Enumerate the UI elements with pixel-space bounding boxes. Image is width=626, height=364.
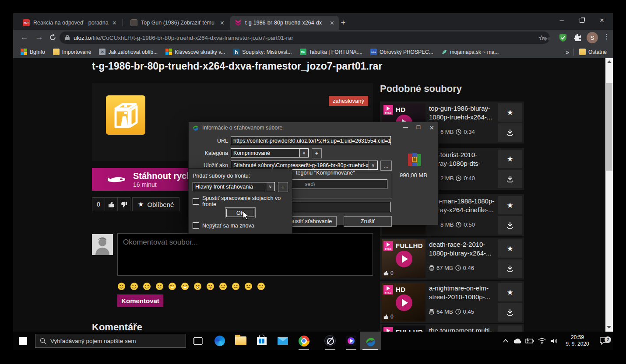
emoji-icon[interactable]	[206, 282, 215, 290]
tab-close-icon[interactable]: ✕	[330, 20, 334, 26]
new-tab-button[interactable]: +	[337, 17, 349, 29]
emoji-icon[interactable]	[257, 282, 265, 290]
emoji-icon[interactable]	[155, 282, 164, 290]
comment-input[interactable]	[117, 233, 373, 276]
volume-icon[interactable]	[548, 338, 560, 344]
thumbs-up-button[interactable]	[105, 198, 118, 211]
tab-close-icon[interactable]: ✕	[220, 20, 225, 26]
emoji-icon[interactable]	[130, 282, 138, 290]
comment-submit-button[interactable]: Komentovat	[117, 294, 163, 307]
chrome-taskbar-button[interactable]	[294, 332, 313, 350]
video-thumbnail[interactable]: FREE FULLHD 0	[382, 239, 426, 278]
download-file-button[interactable]	[498, 123, 522, 142]
bookmark-fortuna[interactable]: FNL Tabulka | FORTUNA:...	[296, 47, 366, 57]
explorer-taskbar-button[interactable]	[231, 332, 250, 350]
bookmark-folder-ostatne[interactable]: Ostatné	[578, 47, 608, 57]
similar-file-title[interactable]: the-tourist-2010-bluray-1080p-dts-x264-c…	[429, 150, 496, 169]
notification-center-button[interactable]: 2	[594, 337, 613, 345]
cancel-download-button[interactable]: Zrušiť	[344, 216, 392, 227]
edge-taskbar-button[interactable]	[210, 332, 229, 350]
queue-combo[interactable]: Hlavný front sťahovania ∨	[193, 182, 275, 191]
checkbox-icon[interactable]	[193, 198, 199, 205]
dialog-minimize-icon[interactable]: —	[399, 124, 412, 131]
similar-file-title[interactable]: the-tournament-multi-	[429, 326, 496, 332]
scroll-down-icon[interactable]	[607, 326, 611, 329]
bookmark-mojamapa[interactable]: mojamapa.sk ~ ma...	[437, 47, 503, 57]
chevron-down-icon[interactable]: ∨	[266, 182, 274, 191]
wifi-icon[interactable]	[536, 338, 548, 344]
bookmark-skratky[interactable]: Klávesové skratky v...	[162, 47, 229, 57]
chevron-down-icon[interactable]: ∨	[299, 149, 308, 157]
download-file-button[interactable]	[498, 259, 522, 278]
reload-icon[interactable]	[49, 34, 56, 41]
browser-menu-icon[interactable]: ⋮	[603, 33, 610, 41]
emoji-icon[interactable]	[117, 282, 126, 290]
emoji-icon[interactable]	[219, 282, 227, 290]
idm-taskbar-button[interactable]	[360, 332, 381, 350]
idm-url-field[interactable]: https://content-provider30.uloz.to/Ps;Hs…	[231, 136, 391, 145]
profile-avatar[interactable]: S	[587, 32, 598, 43]
thumbs-down-button[interactable]	[118, 198, 130, 211]
emoji-icon[interactable]	[193, 282, 202, 290]
similar-file-title[interactable]: a-nightmare-on-elm-street-2010-1080p-...	[429, 284, 496, 301]
store-taskbar-button[interactable]	[252, 332, 271, 350]
scroll-up-icon[interactable]	[607, 60, 612, 63]
similar-file-title[interactable]: rain-man-1988-1080p-bluray-x264-cinefile…	[429, 197, 496, 214]
favorite-file-button[interactable]: ★	[498, 103, 522, 122]
forward-icon[interactable]: →	[35, 32, 43, 42]
bookmark-importovane[interactable]: Importované	[49, 47, 95, 57]
emoji-icon[interactable]	[181, 282, 189, 290]
adguard-shield-icon[interactable]	[559, 33, 567, 42]
window-close-button[interactable]: ✕	[592, 13, 612, 27]
tray-chevron-icon[interactable]	[500, 339, 511, 343]
start-button[interactable]	[13, 332, 32, 350]
similar-file-title[interactable]: top-gun-1986-bluray-1080p-truehd-x264-..…	[429, 104, 496, 122]
favorite-button[interactable]: ★ Oblíbené	[132, 197, 179, 211]
bookmark-bginfo[interactable]: BgInfo	[17, 47, 49, 57]
emoji-icon[interactable]	[143, 282, 151, 290]
media-player-taskbar-button[interactable]	[341, 332, 361, 350]
tab-close-icon[interactable]: ✕	[112, 20, 117, 26]
video-thumbnail[interactable]: FREE HD 0	[382, 283, 426, 322]
checkbox-icon[interactable]	[193, 222, 199, 229]
battery-icon[interactable]	[524, 338, 536, 343]
start-queue-option[interactable]: Spustiť spracovanie stojacich vo fronte	[193, 195, 292, 207]
browse-button[interactable]: ...	[380, 161, 392, 171]
emoji-icon[interactable]	[232, 282, 240, 290]
favorite-file-button[interactable]: ★	[498, 239, 522, 258]
similar-file-title[interactable]: death-race-2-2010-1080p-bluray-x264-...	[429, 240, 496, 258]
bookmark-zalohovat[interactable]: ✕ Jak zálohovat oblíb...	[95, 47, 162, 57]
dialog-maximize-icon[interactable]: ☐	[412, 124, 425, 131]
bookmark-prospec[interactable]: totka Obrovský PROSPEC...	[366, 47, 437, 57]
download-file-button[interactable]	[498, 216, 522, 234]
idm-category-combo[interactable]: Komprimované ∨	[231, 148, 309, 158]
favorite-file-button[interactable]: ★	[498, 150, 522, 168]
taskbar-search-box[interactable]: Vyhľadávaný pojem napíšte sem	[35, 334, 186, 348]
scrollbar-thumb[interactable]	[606, 83, 612, 171]
add-queue-button[interactable]: +	[278, 182, 288, 192]
dialog-close-icon[interactable]: ✕	[425, 124, 438, 131]
download-file-button[interactable]	[498, 303, 522, 322]
audio-player-taskbar-button[interactable]	[320, 332, 340, 350]
task-view-button[interactable]	[188, 332, 207, 350]
favorite-file-button[interactable]: ★	[498, 283, 522, 301]
scrollbar[interactable]	[605, 58, 613, 332]
tab-poradna[interactable]: NET Reakcia na odpoveď - poradna.n ✕	[18, 16, 121, 30]
address-bar[interactable]: uloz.to/file/CoCUxhLH/t-g-1986-br-80p-tr…	[60, 32, 550, 44]
mail-taskbar-button[interactable]	[273, 332, 292, 350]
extension-diamond-icon[interactable]	[544, 34, 551, 42]
download-file-button[interactable]	[498, 170, 522, 188]
back-icon[interactable]: ←	[20, 32, 28, 42]
tab-topgun-forum[interactable]: Top Gun (1986) Zobraziť tému - V ✕	[126, 16, 229, 30]
window-minimize-button[interactable]: ─	[552, 13, 572, 27]
tab-ulozto-active[interactable]: t-g-1986-br-80p-truehd-x264-dx ✕	[230, 16, 339, 30]
onedrive-icon[interactable]	[511, 338, 524, 344]
dont-ask-option[interactable]: Nepýtať sa ma znova	[193, 222, 254, 229]
add-category-button[interactable]: +	[312, 148, 322, 158]
favorite-file-button[interactable]: ★	[498, 326, 522, 332]
favorite-file-button[interactable]: ★	[498, 196, 522, 214]
emoji-icon[interactable]	[168, 282, 176, 290]
queue-ok-button[interactable]: OK	[225, 207, 256, 218]
chevron-down-icon[interactable]: ∨	[369, 161, 377, 169]
window-restore-button[interactable]	[572, 13, 592, 27]
